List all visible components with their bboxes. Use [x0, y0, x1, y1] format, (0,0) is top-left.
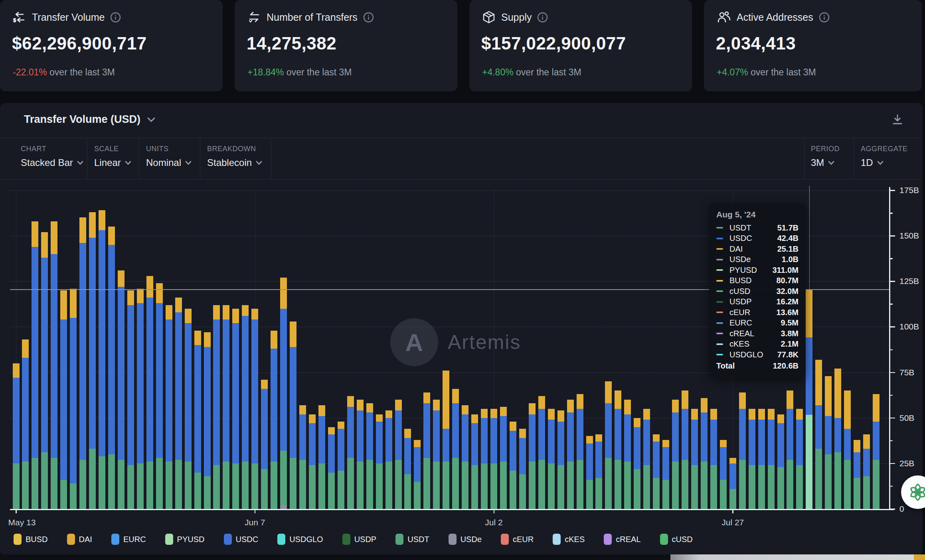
info-icon[interactable]	[537, 12, 548, 23]
bar[interactable]	[701, 398, 708, 509]
bar[interactable]	[13, 363, 20, 509]
bar[interactable]	[414, 440, 421, 509]
control-value[interactable]: Stacked Bar	[21, 157, 83, 168]
bar[interactable]	[672, 400, 679, 509]
bar[interactable]	[634, 418, 640, 509]
bar[interactable]	[844, 390, 851, 509]
bar[interactable]	[242, 305, 249, 509]
bar[interactable]	[643, 409, 650, 509]
download-icon[interactable]	[891, 113, 903, 126]
bar[interactable]	[529, 403, 536, 509]
bar[interactable]	[251, 309, 258, 509]
bar[interactable]	[433, 400, 440, 509]
bar[interactable]	[328, 427, 335, 509]
bar[interactable]	[223, 305, 229, 509]
bar[interactable]	[89, 212, 96, 509]
metric-selector-dropdown[interactable]: Transfer Volume (USD)	[24, 113, 156, 126]
bar[interactable]	[720, 440, 727, 509]
legend-item-usdt[interactable]: USDT	[395, 534, 429, 545]
bar[interactable]	[347, 396, 354, 509]
control-value[interactable]: Stablecoin	[207, 157, 262, 168]
legend-item-dai[interactable]: DAI	[67, 534, 92, 545]
bar[interactable]	[490, 409, 497, 509]
bar[interactable]	[280, 278, 287, 509]
bar[interactable]	[577, 394, 583, 509]
bar[interactable]	[366, 403, 373, 509]
bar[interactable]	[261, 380, 268, 509]
bar[interactable]	[557, 410, 564, 509]
bar[interactable]	[500, 407, 507, 509]
bar[interactable]	[385, 410, 392, 509]
bar[interactable]	[70, 289, 77, 509]
bar[interactable]	[290, 321, 296, 509]
bar[interactable]	[854, 440, 860, 509]
bar-hovered[interactable]	[806, 289, 812, 509]
bar[interactable]	[22, 339, 29, 509]
info-icon[interactable]	[363, 12, 374, 23]
legend-item-usde[interactable]: USDe	[449, 534, 482, 545]
bar[interactable]	[299, 405, 306, 509]
bar[interactable]	[510, 422, 516, 509]
bar[interactable]	[586, 436, 593, 509]
bar[interactable]	[682, 390, 688, 509]
stacked-bar-chart[interactable]: 025B50B75B100B125B150B175BMay 13Jun 7Jul…	[0, 179, 923, 555]
bar[interactable]	[758, 409, 765, 509]
legend-item-cusd[interactable]: cUSD	[660, 534, 693, 545]
bar[interactable]	[232, 309, 239, 509]
bar[interactable]	[777, 414, 784, 509]
legend-item-ckes[interactable]: cKES	[553, 534, 585, 545]
legend-item-usdp[interactable]: USDP	[342, 534, 377, 545]
bar[interactable]	[137, 289, 144, 509]
bar[interactable]	[615, 390, 621, 509]
bar[interactable]	[538, 396, 545, 509]
bar[interactable]	[605, 381, 612, 509]
bar[interactable]	[768, 409, 775, 509]
bar[interactable]	[404, 429, 411, 509]
bar[interactable]	[481, 409, 488, 509]
bar[interactable]	[146, 276, 153, 509]
legend-item-pyusd[interactable]: PYUSD	[165, 534, 205, 545]
control-value[interactable]: 3M	[811, 157, 834, 168]
bar[interactable]	[118, 270, 125, 509]
legend-item-usdc[interactable]: USDC	[224, 534, 259, 545]
bar[interactable]	[749, 409, 755, 509]
legend-item-usdglo[interactable]: USDGLO	[277, 534, 323, 545]
bar[interactable]	[691, 409, 698, 509]
bar[interactable]	[452, 389, 459, 509]
bar[interactable]	[79, 217, 86, 509]
bar[interactable]	[595, 434, 602, 509]
bar[interactable]	[567, 400, 574, 509]
bar[interactable]	[127, 290, 134, 509]
bar[interactable]	[796, 409, 803, 509]
bar[interactable]	[309, 414, 316, 509]
bar[interactable]	[519, 429, 526, 509]
bar[interactable]	[423, 392, 430, 509]
bar[interactable]	[51, 221, 57, 509]
bar[interactable]	[787, 390, 793, 509]
bar[interactable]	[471, 414, 478, 509]
control-value[interactable]: Nominal	[146, 157, 192, 168]
bar[interactable]	[175, 298, 182, 509]
bar[interactable]	[395, 400, 402, 509]
bar[interactable]	[357, 400, 364, 509]
bar[interactable]	[873, 394, 880, 509]
bar[interactable]	[185, 309, 192, 509]
legend-item-eurc[interactable]: EURC	[111, 534, 146, 545]
bar[interactable]	[166, 305, 172, 509]
bar[interactable]	[156, 283, 163, 509]
info-icon[interactable]	[819, 12, 830, 23]
bar[interactable]	[815, 360, 822, 509]
bar[interactable]	[99, 210, 105, 509]
bar[interactable]	[739, 392, 746, 509]
bar[interactable]	[825, 376, 832, 509]
bar[interactable]	[338, 422, 344, 509]
bar[interactable]	[194, 331, 201, 509]
info-icon[interactable]	[110, 12, 121, 23]
bar[interactable]	[204, 332, 211, 509]
bar[interactable]	[462, 405, 468, 509]
bar[interactable]	[213, 305, 220, 509]
control-value[interactable]: 1D	[861, 157, 883, 168]
bar[interactable]	[60, 290, 67, 509]
bar[interactable]	[863, 434, 870, 509]
bar[interactable]	[653, 434, 660, 509]
